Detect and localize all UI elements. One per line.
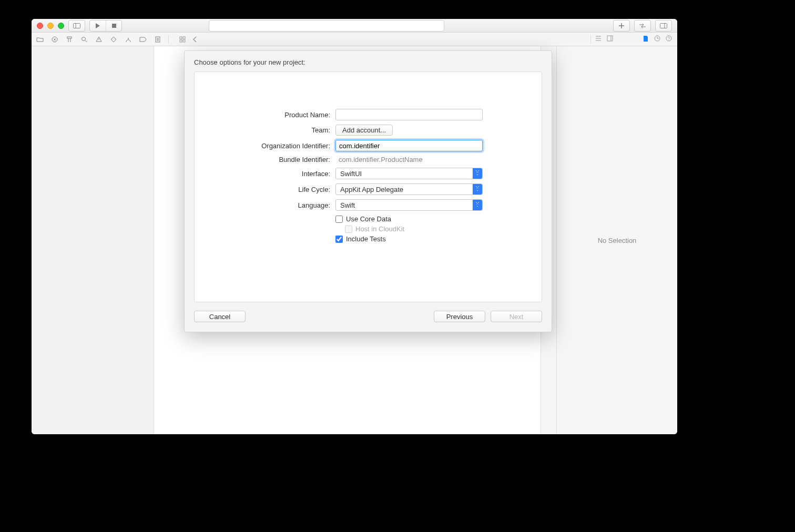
svg-point-9 — [82, 37, 86, 40]
svg-rect-18 — [183, 37, 185, 39]
product-name-label: Product Name: — [221, 111, 335, 119]
previous-button[interactable]: Previous — [434, 311, 485, 322]
lifecycle-label: Life Cycle: — [221, 186, 335, 193]
divider — [168, 35, 169, 44]
search-icon[interactable] — [80, 36, 88, 43]
cancel-button[interactable]: Cancel — [194, 311, 246, 322]
org-identifier-input[interactable] — [335, 140, 483, 151]
svg-line-10 — [85, 40, 87, 42]
svg-point-28 — [668, 39, 669, 40]
chevron-up-down-icon — [473, 200, 482, 210]
interface-select[interactable]: SwiftUI — [335, 168, 483, 179]
no-selection-label: No Selection — [598, 237, 637, 244]
panel-buttons[interactable] — [655, 20, 672, 32]
arrows-icon — [635, 21, 650, 31]
bundle-id-label: Bundle Identifier: — [221, 156, 335, 163]
bundle-id-value: com.identifier.ProductName — [335, 156, 515, 163]
svg-rect-2 — [112, 24, 116, 28]
minimize-window-icon[interactable] — [47, 23, 54, 29]
layout-icon — [656, 21, 671, 31]
help-inspector-icon[interactable] — [665, 35, 673, 44]
next-button[interactable]: Next — [491, 311, 542, 322]
lifecycle-select[interactable]: AppKit App Delegate — [335, 183, 483, 195]
divider — [590, 35, 591, 44]
inspector-panel: No Selection — [556, 46, 677, 434]
svg-rect-17 — [180, 37, 182, 39]
sidebar-toggle[interactable] — [68, 20, 85, 32]
adjust-icon[interactable] — [606, 35, 614, 44]
file-inspector-icon[interactable] — [641, 35, 650, 44]
svg-rect-0 — [74, 23, 80, 28]
cloudkit-checkbox: Host in CloudKit — [345, 225, 515, 233]
include-tests-label: Include Tests — [346, 235, 386, 243]
run-button[interactable] — [90, 21, 106, 31]
svg-rect-24 — [607, 36, 613, 41]
plus-icon — [614, 21, 629, 31]
org-id-label: Organization Identifier: — [221, 142, 335, 150]
history-inspector-icon[interactable] — [653, 35, 661, 44]
include-tests-checkbox[interactable]: Include Tests — [335, 235, 515, 243]
svg-rect-19 — [180, 40, 182, 42]
tests-icon[interactable] — [109, 36, 118, 43]
team-label: Team: — [221, 126, 335, 134]
folder-icon[interactable] — [36, 36, 44, 43]
cloudkit-label: Host in CloudKit — [355, 225, 404, 233]
language-select[interactable]: Swift — [335, 199, 483, 211]
add-account-button[interactable]: Add account... — [335, 125, 393, 136]
svg-rect-3 — [660, 23, 667, 28]
activity-viewer — [209, 20, 444, 32]
chevron-up-down-icon — [473, 184, 482, 195]
cloudkit-check-input — [345, 226, 352, 233]
stop-button[interactable] — [106, 21, 121, 31]
sheet-title: Choose options for your new project: — [185, 51, 552, 71]
reports-icon[interactable] — [154, 36, 162, 43]
panel-toggle-icon — [69, 21, 85, 31]
traffic-lights — [37, 23, 64, 29]
interface-label: Interface: — [221, 170, 335, 178]
language-label: Language: — [221, 201, 335, 209]
related-items-icon[interactable] — [178, 36, 187, 43]
core-data-check-input[interactable] — [335, 216, 343, 223]
maximize-window-icon[interactable] — [58, 23, 64, 29]
interface-value: SwiftUI — [340, 170, 362, 178]
titlebar — [32, 19, 677, 33]
symbol-icon[interactable] — [65, 36, 74, 43]
product-name-input[interactable] — [335, 109, 483, 120]
new-project-sheet: Choose options for your new project: Pro… — [184, 50, 552, 332]
nav-back-icon[interactable] — [191, 36, 199, 43]
minimap-icon[interactable] — [594, 35, 603, 44]
core-data-checkbox[interactable]: Use Core Data — [335, 215, 515, 223]
issues-icon[interactable] — [95, 36, 103, 43]
source-control-icon[interactable] — [50, 36, 59, 43]
include-tests-check-input[interactable] — [335, 236, 343, 243]
navigator-panel — [32, 46, 154, 434]
breakpoints-icon[interactable] — [139, 37, 147, 42]
language-value: Swift — [340, 201, 355, 209]
code-review-button[interactable] — [634, 20, 651, 32]
svg-rect-6 — [67, 37, 72, 38]
run-controls — [89, 20, 122, 32]
chevron-up-down-icon — [473, 168, 482, 179]
navigator-tabbar — [32, 33, 677, 46]
svg-point-12 — [128, 38, 129, 39]
debug-icon[interactable] — [124, 36, 132, 43]
core-data-label: Use Core Data — [346, 215, 391, 223]
lifecycle-value: AppKit App Delegate — [340, 186, 403, 193]
main-window: No Selection Choose options for your new… — [32, 19, 677, 434]
close-window-icon[interactable] — [37, 23, 43, 29]
svg-rect-20 — [183, 40, 185, 42]
library-button[interactable] — [613, 20, 630, 32]
